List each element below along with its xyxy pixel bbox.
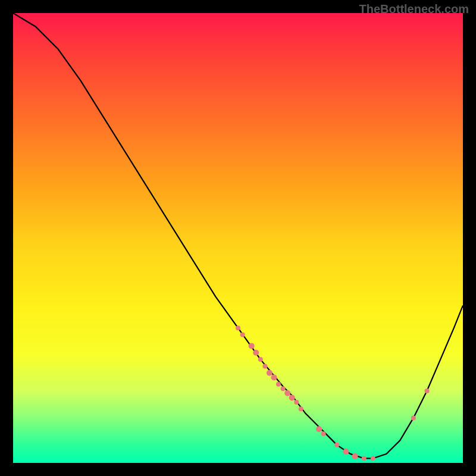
- chart-marker: [271, 374, 277, 380]
- chart-marker: [352, 453, 358, 459]
- chart-marker: [299, 406, 303, 411]
- chart-marker: [267, 370, 273, 376]
- chart-marker: [258, 357, 263, 362]
- chart-marker: [362, 456, 367, 461]
- chart-marker: [249, 343, 255, 349]
- chart-marker: [289, 394, 295, 400]
- chart-marker: [240, 333, 245, 337]
- chart-marker: [316, 426, 322, 432]
- chart-marker: [371, 456, 375, 461]
- chart-marker: [253, 350, 259, 356]
- chart-curve: [13, 13, 463, 458]
- chart-marker: [276, 382, 281, 387]
- chart-marker: [425, 389, 430, 393]
- chart-plot-area: [13, 13, 463, 463]
- chart-marker: [284, 390, 290, 396]
- chart-svg: [13, 13, 463, 463]
- chart-marker: [281, 386, 286, 391]
- chart-marker: [343, 449, 349, 455]
- chart-marker: [294, 400, 299, 405]
- chart-marker: [236, 325, 240, 330]
- chart-marker: [334, 443, 339, 447]
- chart-marker: [262, 364, 267, 369]
- chart-marker: [321, 431, 326, 436]
- chart-marker: [411, 415, 416, 420]
- watermark-text: TheBottleneck.com: [359, 2, 469, 16]
